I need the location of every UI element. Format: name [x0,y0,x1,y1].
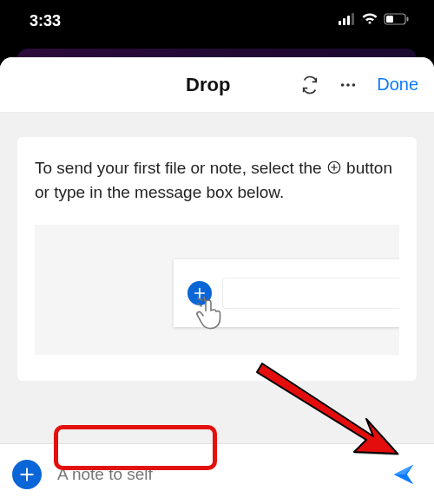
status-icons [339,13,410,29]
cellular-icon [339,13,356,29]
wifi-icon [361,13,378,29]
onboarding-card: To send your first file or note, select … [17,137,417,381]
page-title: Drop [186,74,230,96]
svg-rect-1 [343,18,345,25]
pointer-hand-icon [193,296,227,337]
illustration-input-field [222,278,399,309]
content-area: To send your first file or note, select … [0,113,434,443]
battery-icon [384,13,410,29]
svg-point-9 [352,83,356,87]
more-icon[interactable] [339,75,358,95]
onboarding-illustration [35,225,399,355]
sync-icon[interactable] [300,75,319,95]
svg-point-7 [341,83,345,87]
sheet-header: Drop Done [0,57,434,113]
svg-rect-0 [339,21,341,25]
compose-bar [0,443,434,504]
svg-rect-6 [407,17,409,22]
status-time: 3:33 [30,12,61,30]
svg-rect-2 [347,16,350,25]
compose-input-wrap[interactable] [54,460,373,489]
status-bar: 3:33 [0,0,434,42]
instruction-text-part1: To send your first file or note, select … [35,159,326,177]
done-button[interactable]: Done [377,75,418,95]
svg-rect-3 [352,13,354,25]
instruction-text: To send your first file or note, select … [35,156,399,204]
add-attachment-button[interactable] [12,460,42,489]
note-input[interactable] [54,460,373,489]
svg-point-8 [346,83,350,87]
modal-sheet: Drop Done To send your first file or not… [0,57,434,504]
svg-rect-5 [386,16,393,23]
send-button[interactable] [385,456,422,493]
plus-circle-icon [326,160,342,175]
